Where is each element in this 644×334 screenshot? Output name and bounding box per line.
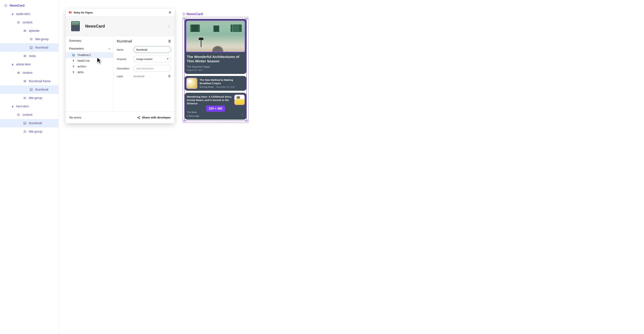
- svg-rect-10: [24, 55, 24, 57]
- outline-item-audio-item[interactable]: audio-item: [0, 10, 58, 18]
- outline-root[interactable]: NewsCard: [0, 1, 58, 10]
- svg-rect-2: [4, 5, 5, 6]
- image-icon: [30, 46, 33, 49]
- autolayout-icon: [23, 79, 26, 83]
- image-icon: [23, 121, 26, 125]
- article-headline: The New Method to Making Breakfast Crepe…: [200, 78, 244, 85]
- svg-point-29: [137, 117, 138, 118]
- canvas-component-label[interactable]: NewsCard: [182, 12, 248, 16]
- audio-source: The Bees: [187, 111, 199, 114]
- svg-point-21: [30, 89, 31, 89]
- component-bounds[interactable]: The Wonderful Architectures of This Wint…: [182, 17, 248, 123]
- footer-status: No errors: [70, 116, 81, 119]
- relay-header: Relay for Figma ✕: [66, 9, 174, 17]
- outline-item-thumbnail[interactable]: thumbnail: [0, 85, 58, 94]
- article-card[interactable]: The New Method to Making Breakfast Crepe…: [184, 76, 246, 91]
- outline-item-title-group[interactable]: title-group: [0, 35, 58, 43]
- instance-icon: [10, 12, 14, 16]
- outline-item-thumbnail[interactable]: thumbnail: [0, 119, 58, 127]
- property-select[interactable]: image-content: [134, 56, 171, 62]
- hero-headline: The Wonderful Architectures of This Wint…: [187, 55, 244, 64]
- outline-item-title-group[interactable]: title-group: [0, 94, 58, 102]
- param-name: headline: [78, 59, 90, 62]
- svg-rect-7: [26, 30, 26, 32]
- outline-item-hero-item[interactable]: hero-item: [0, 102, 58, 111]
- relay-left-pane: Summary Parameters ＋ thumbnailTheadlineT…: [66, 36, 113, 112]
- canvas-preview: NewsCard The Won: [182, 12, 248, 123]
- outline-item-label: audio-item: [16, 12, 30, 16]
- share-button[interactable]: Share with developer: [137, 116, 171, 119]
- outline-item-label: title-group: [35, 38, 49, 41]
- card-more-icon[interactable]: ⋮: [241, 112, 244, 116]
- relay-component-header: NewsCard ⋮: [66, 17, 174, 36]
- autolayout-icon: [17, 71, 20, 74]
- param-thumbnail[interactable]: thumbnail: [66, 52, 113, 58]
- svg-rect-3: [6, 5, 7, 6]
- svg-rect-17: [24, 80, 24, 82]
- outline-item-content[interactable]: content: [0, 69, 58, 77]
- relay-footer: No errors Share with developer: [66, 112, 174, 123]
- outline-item-label: thumbnail: [35, 46, 48, 49]
- article-date: November 10, 2021: [216, 86, 235, 88]
- article-source: Morning Break: [200, 86, 214, 88]
- outline-item-title-group[interactable]: title-group: [0, 127, 58, 136]
- more-icon[interactable]: ⋮: [167, 24, 171, 28]
- svg-rect-35: [184, 14, 185, 15]
- outline-item-episode[interactable]: episode: [0, 27, 58, 35]
- frame-icon: [17, 21, 20, 24]
- param-date[interactable]: Tdate: [66, 69, 113, 75]
- add-parameter-icon[interactable]: ＋: [108, 46, 111, 51]
- svg-rect-11: [25, 55, 25, 57]
- outline-item-thumbnail-frame[interactable]: thumbnail-frame: [0, 77, 58, 85]
- hero-date: August 25, 2021: [187, 69, 244, 71]
- instance-icon: [10, 63, 14, 66]
- name-input[interactable]: [134, 46, 171, 53]
- svg-rect-25: [72, 54, 74, 56]
- outline-item-content[interactable]: content: [0, 18, 58, 27]
- hero-source: The Seasonal Sagas: [187, 65, 244, 68]
- param-author[interactable]: Tauthor: [66, 64, 113, 69]
- svg-point-9: [30, 47, 31, 47]
- param-headline[interactable]: Theadline: [66, 58, 113, 64]
- close-icon[interactable]: ✕: [168, 11, 172, 15]
- frame-icon: [23, 96, 26, 100]
- text-icon: T: [72, 65, 75, 68]
- svg-rect-15: [18, 72, 19, 74]
- svg-rect-12: [26, 55, 26, 57]
- detail-title: thumbnail: [117, 39, 132, 43]
- summary-tab[interactable]: Summary: [66, 39, 113, 43]
- hero-thumbnail[interactable]: [186, 20, 245, 52]
- layer-value: thumbnail: [134, 75, 168, 78]
- frame-icon: [30, 38, 33, 41]
- image-icon: [72, 54, 75, 56]
- instance-icon: [10, 105, 14, 108]
- outline-item-thumbnail[interactable]: thumbnail: [0, 43, 58, 52]
- autolayout-icon: [23, 54, 26, 58]
- article-thumbnail[interactable]: [186, 78, 197, 89]
- outline-item-content[interactable]: content: [0, 111, 58, 119]
- hero-card[interactable]: The Wonderful Architectures of This Wint…: [184, 19, 246, 74]
- audio-thumbnail[interactable]: [234, 95, 244, 105]
- outline-item-label: episode: [29, 29, 40, 33]
- outline-item-label: thumbnail: [35, 88, 48, 91]
- param-name: date: [78, 71, 84, 74]
- component-thumb: [70, 20, 82, 32]
- outline-item-meta[interactable]: meta: [0, 52, 58, 60]
- svg-rect-34: [182, 14, 183, 15]
- svg-rect-4: [12, 13, 13, 15]
- svg-rect-16: [19, 72, 20, 74]
- svg-point-26: [73, 55, 73, 55]
- trash-icon[interactable]: [168, 40, 171, 43]
- target-icon[interactable]: [168, 74, 171, 78]
- description-input[interactable]: Add description: [134, 65, 171, 72]
- svg-rect-22: [12, 105, 13, 107]
- component-name: NewsCard: [85, 24, 105, 29]
- outline-item-label: meta: [29, 54, 36, 58]
- param-name: thumbnail: [78, 54, 91, 57]
- svg-point-31: [139, 118, 140, 119]
- outline-item-label: content: [22, 21, 32, 24]
- relay-panel: Relay for Figma ✕ NewsCard ⋮ Summary Par…: [66, 9, 174, 123]
- outline-item-article-item[interactable]: article-item: [0, 60, 58, 69]
- outline-item-label: hero-item: [16, 105, 29, 108]
- property-value: image-content: [136, 58, 152, 61]
